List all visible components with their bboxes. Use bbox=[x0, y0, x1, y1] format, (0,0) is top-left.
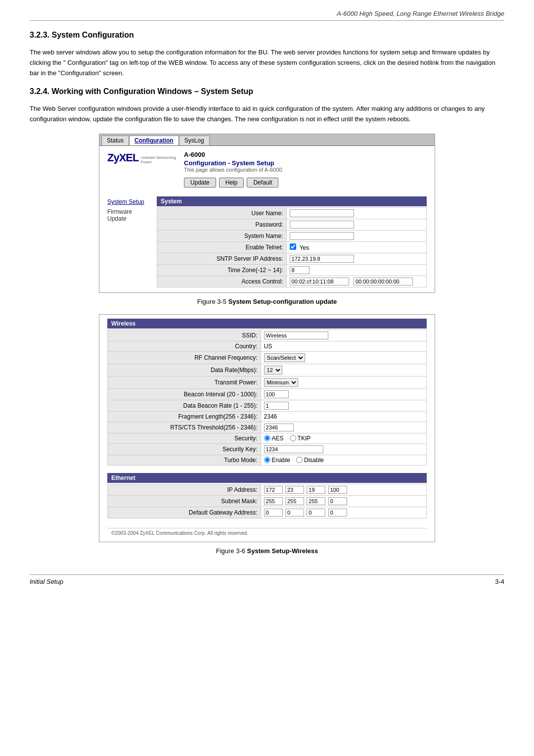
value-password bbox=[286, 219, 426, 230]
label-sntp: SNTP Server IP Address: bbox=[157, 253, 287, 264]
input-username[interactable] bbox=[290, 209, 354, 217]
ethernet-section-header: Ethernet bbox=[107, 473, 427, 483]
radio-aes[interactable] bbox=[264, 435, 270, 441]
input-sntp[interactable] bbox=[290, 255, 354, 263]
table-row: Default Gateway Address: bbox=[108, 507, 427, 518]
table-row: Subnet Mask: bbox=[108, 495, 427, 507]
input-timezone[interactable] bbox=[290, 266, 310, 274]
radio-tkip[interactable] bbox=[290, 435, 296, 441]
sidebar-item-system-setup[interactable]: System Setup bbox=[107, 198, 153, 205]
table-row: Data Rate(Mbps): 12 bbox=[108, 364, 427, 376]
input-system-name[interactable] bbox=[290, 232, 354, 240]
value-rts-threshold bbox=[261, 422, 426, 433]
security-tkip-option[interactable]: TKIP bbox=[290, 435, 311, 442]
value-data-rate: 12 bbox=[261, 364, 426, 376]
value-fragment-length: 2346 bbox=[261, 411, 426, 422]
turbo-enable-option[interactable]: Enable bbox=[264, 457, 290, 464]
turbo-disable-option[interactable]: Disable bbox=[296, 457, 324, 464]
config-subtitle: This page allows configuration of A-6000… bbox=[184, 167, 283, 173]
radio-turbo-enable[interactable] bbox=[264, 457, 270, 463]
radio-turbo-disable[interactable] bbox=[296, 457, 303, 463]
value-sntp bbox=[286, 253, 426, 264]
label-enable-telnet: Enable Telnet: bbox=[157, 241, 287, 253]
caption-label-1: Figure 3-5 bbox=[197, 298, 228, 305]
value-data-beacon-rate bbox=[261, 400, 426, 411]
footer-left: Initial Setup bbox=[30, 578, 63, 585]
figure1-content: ZyXEL Unleash NetworkingPower A-6000 Con… bbox=[99, 146, 435, 292]
value-username bbox=[286, 207, 426, 219]
page-footer: Initial Setup 3-4 bbox=[30, 574, 504, 585]
label-transmit-power: Transmit Power: bbox=[108, 376, 261, 388]
figure1-caption: Figure 3-5 System Setup-configuration up… bbox=[30, 298, 504, 305]
input-access-control-1[interactable] bbox=[290, 278, 349, 285]
sidebar-item-firmware-update[interactable]: Firmware Update bbox=[107, 208, 153, 222]
select-data-rate[interactable]: 12 bbox=[264, 366, 282, 375]
figure2-browser: Wireless SSID: Country: US RF Channel Fr… bbox=[99, 314, 435, 542]
table-row: Security: AES TKIP bbox=[108, 433, 427, 443]
select-transmit-power[interactable]: Minimum bbox=[264, 378, 298, 387]
table-row: User Name: bbox=[157, 207, 427, 219]
input-ip-1[interactable] bbox=[264, 486, 283, 494]
wireless-form-table: SSID: Country: US RF Channel Frequency: bbox=[107, 330, 427, 466]
label-security: Security: bbox=[108, 433, 261, 443]
value-timezone bbox=[286, 264, 426, 276]
input-gw-2[interactable] bbox=[285, 509, 304, 517]
input-rts-threshold[interactable] bbox=[264, 424, 294, 431]
update-button[interactable]: Update bbox=[184, 178, 216, 188]
value-ip-address bbox=[261, 484, 426, 495]
tab-configuration[interactable]: Configuration bbox=[129, 136, 179, 145]
help-button[interactable]: Help bbox=[219, 178, 244, 188]
input-ip-2[interactable] bbox=[285, 486, 304, 494]
table-row: IP Address: bbox=[108, 484, 427, 495]
input-data-beacon-rate[interactable] bbox=[264, 402, 289, 410]
input-access-control-2[interactable] bbox=[354, 278, 413, 285]
turbo-radio-group: Enable Disable bbox=[264, 457, 423, 464]
table-row: Password: bbox=[157, 219, 427, 230]
browser-tabs: Status Configuration SysLog bbox=[99, 134, 435, 146]
telnet-yes-label: Yes bbox=[300, 244, 310, 251]
input-mask-2[interactable] bbox=[285, 497, 304, 505]
label-subnet-mask: Subnet Mask: bbox=[108, 495, 261, 507]
label-data-rate: Data Rate(Mbps): bbox=[108, 364, 261, 376]
tab-status[interactable]: Status bbox=[101, 136, 129, 145]
input-security-key[interactable] bbox=[264, 445, 323, 453]
input-mask-4[interactable] bbox=[328, 497, 347, 505]
table-row: Data Beacon Rate (1 - 255): bbox=[108, 400, 427, 411]
tab-syslog[interactable]: SysLog bbox=[179, 136, 210, 145]
value-gateway bbox=[261, 507, 426, 518]
input-ip-4[interactable] bbox=[328, 486, 347, 494]
input-gw-1[interactable] bbox=[264, 509, 283, 517]
input-gw-4[interactable] bbox=[328, 509, 347, 517]
label-turbo-mode: Turbo Mode: bbox=[108, 455, 261, 465]
value-access-control bbox=[286, 276, 426, 287]
security-aes-option[interactable]: AES bbox=[264, 435, 284, 442]
value-rf-channel: Scan/Select bbox=[261, 351, 426, 364]
logo-tagline: Unleash NetworkingPower bbox=[140, 156, 176, 165]
default-button[interactable]: Default bbox=[247, 178, 278, 188]
label-system-name: System Name: bbox=[157, 230, 287, 241]
system-config-content: System User Name: Password: bbox=[157, 196, 427, 287]
section2-body: The Web Server configuration windows pro… bbox=[30, 104, 504, 125]
header-title: A-6000 High Speed, Long Range Ethernet W… bbox=[337, 10, 504, 17]
value-ssid bbox=[261, 330, 426, 341]
label-password: Password: bbox=[157, 219, 287, 230]
figure2-footer: ©2003-2004 ZyXEL Communications Corp. Al… bbox=[107, 528, 427, 538]
input-mask-3[interactable] bbox=[307, 497, 325, 505]
table-row: SNTP Server IP Address: bbox=[157, 253, 427, 264]
select-rf-channel[interactable]: Scan/Select bbox=[264, 353, 305, 362]
value-beacon-interval bbox=[261, 388, 426, 400]
input-gw-3[interactable] bbox=[307, 509, 325, 517]
label-ip-address: IP Address: bbox=[108, 484, 261, 495]
input-ip-3[interactable] bbox=[307, 486, 325, 494]
value-subnet-mask bbox=[261, 495, 426, 507]
main-layout: System Setup Firmware Update System User… bbox=[107, 196, 427, 287]
sidebar: System Setup Firmware Update bbox=[107, 196, 157, 287]
input-mask-1[interactable] bbox=[264, 497, 283, 505]
table-row: Time Zone(-12 ~ 14): bbox=[157, 264, 427, 276]
input-beacon-interval[interactable] bbox=[264, 390, 289, 398]
table-row: RTS/CTS Threshold(256 - 2346): bbox=[108, 422, 427, 433]
input-password[interactable] bbox=[290, 221, 354, 229]
checkbox-telnet[interactable] bbox=[290, 243, 296, 250]
input-ssid[interactable] bbox=[264, 331, 328, 339]
label-access-control: Access Control: bbox=[157, 276, 287, 287]
